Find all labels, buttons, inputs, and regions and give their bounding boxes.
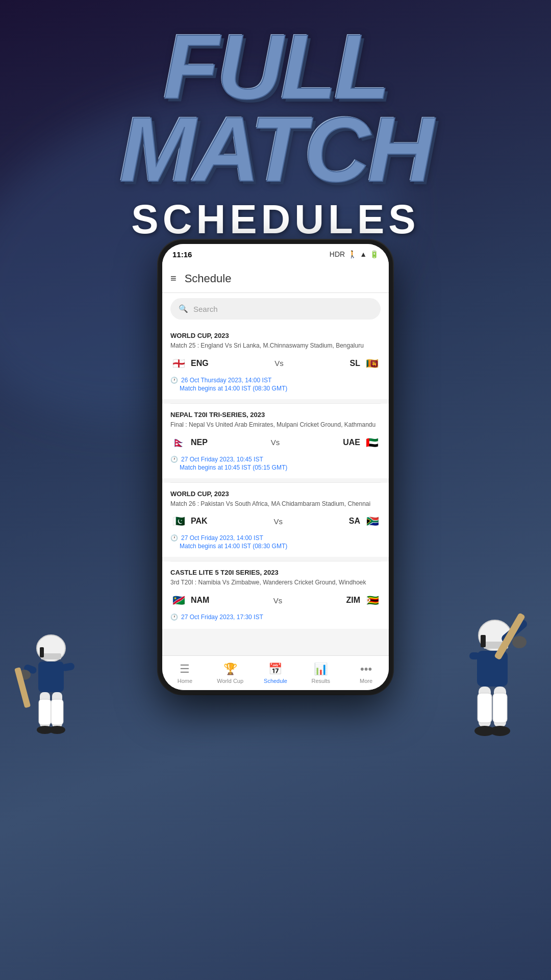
nav-label-more: More: [360, 678, 372, 684]
match-description: 3rd T20I : Namibia Vs Zimbabwe, Wanderer…: [170, 578, 381, 587]
app-bar: ≡ Schedule: [162, 264, 389, 293]
match-gmt: Match begins at 14:00 IST (08:30 GMT): [180, 543, 381, 550]
team1-code: NEP: [191, 438, 208, 447]
search-placeholder: Search: [193, 305, 218, 313]
team1-code: PAK: [191, 517, 208, 526]
team1-code: NAM: [191, 596, 209, 605]
match-time: 🕐 27 Oct Friday 2023, 10:45 IST: [170, 456, 381, 463]
vs-label: Vs: [273, 517, 283, 526]
match-time: 🕐 27 Oct Friday 2023, 14:00 IST: [170, 534, 381, 542]
nav-icon-schedule: 📅: [268, 663, 282, 676]
clock-icon: 🕐: [170, 614, 178, 621]
match-description: Final : Nepal Vs United Arab Emirates, M…: [170, 421, 381, 429]
team1-flag: 🇳🇵: [170, 434, 187, 451]
team2-flag: 🇿🇼: [364, 592, 381, 608]
svg-rect-19: [469, 652, 480, 659]
match-gmt: Match begins at 14:00 IST (08:30 GMT): [180, 385, 381, 392]
svg-rect-10: [39, 699, 51, 725]
match-series: NEPAL T20I TRI-SERIES, 2023: [170, 411, 381, 419]
teams-row: 🇳🇦 NAM Vs ZIM 🇿🇼: [170, 592, 381, 608]
nav-icon-results: 📊: [314, 663, 328, 676]
svg-point-27: [490, 726, 510, 736]
clock-icon: 🕐: [170, 456, 178, 463]
nav-item-home[interactable]: ☰ Home: [162, 663, 208, 684]
svg-rect-16: [481, 635, 486, 647]
team2: ZIM 🇿🇼: [346, 592, 381, 608]
team2: UAE 🇦🇪: [343, 434, 381, 451]
hero-text-full-match: FULL MATCH: [0, 26, 551, 191]
team2: SA 🇿🇦: [349, 513, 381, 529]
match-series: CASTLE LITE 5 T20I SERIES, 2023: [170, 569, 381, 576]
nav-item-schedule[interactable]: 📅 Schedule: [253, 663, 298, 684]
match-description: Match 25 : England Vs Sri Lanka, M.Chinn…: [170, 341, 381, 350]
match-description: Match 26 : Pakistan Vs South Africa, MA …: [170, 500, 381, 508]
match-series: WORLD CUP, 2023: [170, 332, 381, 339]
vs-label: Vs: [274, 359, 284, 368]
hero-section: FULL MATCH SCHEDULES: [0, 26, 551, 243]
team2-code: SA: [349, 517, 360, 526]
battery-icon: 🔋: [370, 250, 379, 258]
wifi-icon: ▲: [360, 250, 367, 258]
nav-label-schedule: Schedule: [264, 678, 287, 684]
svg-rect-25: [493, 693, 507, 723]
team2-code: ZIM: [346, 596, 360, 605]
status-bar: 11:16 HDR 🚶 ▲ 🔋: [162, 244, 389, 264]
match-gmt: Match begins at 10:45 IST (05:15 GMT): [180, 464, 381, 471]
hdtv-icon: HDR: [330, 250, 345, 258]
team1: 🇳🇵 NEP: [170, 434, 208, 451]
match-card[interactable]: CASTLE LITE 5 T20I SERIES, 2023 3rd T20I…: [162, 561, 389, 629]
team2-flag: 🇱🇰: [364, 355, 381, 372]
player-right: [444, 607, 546, 801]
match-time: 🕐 26 Oct Thursday 2023, 14:00 IST: [170, 377, 381, 384]
svg-point-13: [49, 726, 65, 734]
team1: 🇳🇦 NAM: [170, 592, 209, 608]
phone-mockup: 11:16 HDR 🚶 ▲ 🔋 ≡ Schedule 🔍 Search WORL…: [158, 240, 393, 694]
search-icon: 🔍: [179, 304, 188, 313]
team1-flag: 🏴󠁧󠁢󠁥󠁮󠁧󠁿: [170, 355, 187, 372]
team2-code: UAE: [343, 438, 360, 447]
svg-rect-11: [51, 699, 63, 725]
hero-text-schedules: SCHEDULES: [0, 196, 551, 243]
nav-label-results: Results: [311, 678, 330, 684]
match-card[interactable]: WORLD CUP, 2023 Match 25 : England Vs Sr…: [162, 325, 389, 399]
person-icon: 🚶: [348, 250, 357, 258]
match-card[interactable]: WORLD CUP, 2023 Match 26 : Pakistan Vs S…: [162, 483, 389, 557]
teams-row: 🏴󠁧󠁢󠁥󠁮󠁧󠁿 ENG Vs SL 🇱🇰: [170, 355, 381, 372]
nav-item-world-cup[interactable]: 🏆 World Cup: [208, 663, 253, 684]
team1-code: ENG: [191, 359, 209, 368]
team1: 🏴󠁧󠁢󠁥󠁮󠁧󠁿 ENG: [170, 355, 209, 372]
search-bar[interactable]: 🔍 Search: [170, 298, 381, 320]
clock-icon: 🕐: [170, 534, 178, 542]
vs-label: Vs: [273, 596, 283, 605]
player-left: [10, 623, 92, 786]
team2-flag: 🇿🇦: [364, 513, 381, 529]
team2-code: SL: [350, 359, 360, 368]
nav-item-results[interactable]: 📊 Results: [298, 663, 343, 684]
bottom-nav: ☰ Home 🏆 World Cup 📅 Schedule 📊 Results …: [162, 655, 389, 690]
match-time: 🕐 27 Oct Friday 2023, 17:30 IST: [170, 614, 381, 621]
svg-point-21: [512, 636, 527, 648]
menu-icon[interactable]: ≡: [170, 273, 177, 284]
clock-icon: 🕐: [170, 377, 178, 384]
team1-flag: 🇵🇰: [170, 513, 187, 529]
teams-row: 🇵🇰 PAK Vs SA 🇿🇦: [170, 513, 381, 529]
search-container: 🔍 Search: [162, 293, 389, 325]
app-bar-title: Schedule: [185, 272, 232, 285]
phone-screen: 11:16 HDR 🚶 ▲ 🔋 ≡ Schedule 🔍 Search WORL…: [162, 244, 389, 690]
matches-list[interactable]: WORLD CUP, 2023 Match 25 : England Vs Sr…: [162, 325, 389, 655]
svg-rect-2: [40, 647, 44, 657]
match-card[interactable]: NEPAL T20I TRI-SERIES, 2023 Final : Nepa…: [162, 404, 389, 478]
vs-label: Vs: [271, 438, 280, 447]
team1-flag: 🇳🇦: [170, 592, 187, 608]
svg-rect-3: [38, 662, 64, 692]
svg-rect-17: [477, 651, 508, 687]
teams-row: 🇳🇵 NEP Vs UAE 🇦🇪: [170, 434, 381, 451]
nav-label-home: Home: [178, 678, 192, 684]
nav-label-world-cup: World Cup: [217, 678, 243, 684]
nav-icon-world-cup: 🏆: [223, 663, 237, 676]
status-icons: HDR 🚶 ▲ 🔋: [330, 250, 379, 258]
team1: 🇵🇰 PAK: [170, 513, 208, 529]
match-series: WORLD CUP, 2023: [170, 490, 381, 498]
nav-item-more[interactable]: ••• More: [343, 663, 389, 684]
svg-rect-24: [478, 693, 492, 723]
